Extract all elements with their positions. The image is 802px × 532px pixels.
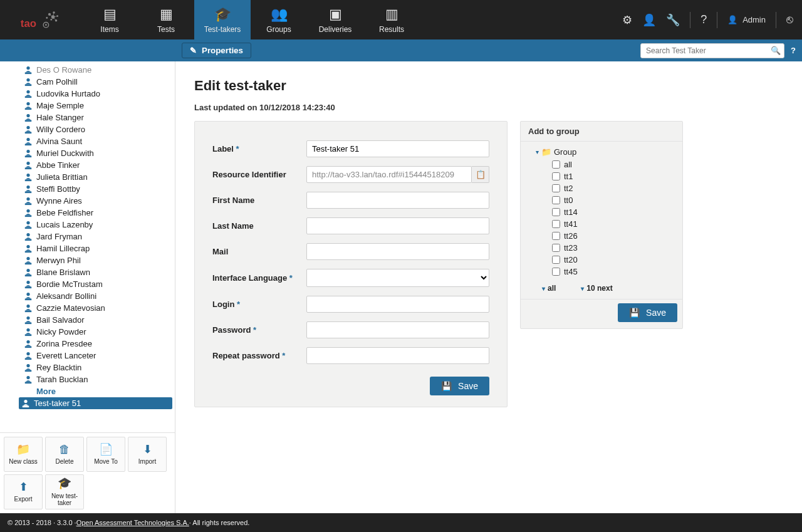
copy-button[interactable]: 📋 bbox=[472, 166, 489, 183]
tree-item[interactable]: Aleksandr Bollini bbox=[21, 290, 172, 302]
tree-item[interactable]: Hamil Lillecrap bbox=[21, 243, 172, 254]
search-icon[interactable]: 🔍 bbox=[771, 46, 781, 55]
group-item[interactable]: tt20 bbox=[552, 254, 676, 266]
new-test-taker-button[interactable]: 🎓New test-taker bbox=[45, 474, 84, 509]
tree: Des O RowaneCam PolhillLudovika HurtadoM… bbox=[0, 61, 175, 412]
tree-scroll[interactable]: Des O RowaneCam PolhillLudovika HurtadoM… bbox=[0, 61, 175, 432]
group-item[interactable]: tt26 bbox=[552, 230, 676, 242]
tree-item[interactable]: Willy Cordero bbox=[21, 123, 172, 135]
import-button[interactable]: ⬇Import bbox=[128, 437, 167, 472]
search-input[interactable] bbox=[640, 43, 784, 58]
tree-item[interactable]: Abbe Tinker bbox=[21, 159, 172, 171]
tree-item[interactable]: Des O Rowane bbox=[21, 64, 172, 76]
tree-item[interactable]: Blane Brislawn bbox=[21, 266, 172, 278]
group-checkbox[interactable] bbox=[552, 232, 560, 240]
tree-item[interactable]: Bail Salvador bbox=[21, 314, 172, 326]
svg-point-21 bbox=[26, 102, 29, 105]
tree-item[interactable]: Maje Semple bbox=[21, 100, 172, 112]
group-item[interactable]: tt41 bbox=[552, 218, 676, 230]
tree-item-selected[interactable]: Test-taker 51 bbox=[19, 397, 172, 409]
group-item[interactable]: tt2 bbox=[552, 182, 676, 194]
tree-more[interactable]: More bbox=[21, 385, 172, 397]
search-wrap: 🔍 bbox=[640, 43, 784, 58]
tree-item[interactable]: Zorina Presdee bbox=[21, 338, 172, 350]
tools-icon[interactable]: 🔧 bbox=[666, 13, 680, 27]
tree-item[interactable]: Everett Lanceter bbox=[21, 350, 172, 362]
help-button[interactable]: ? bbox=[791, 46, 796, 55]
new-class-label: New class bbox=[9, 458, 38, 465]
tree-item[interactable]: Rey Blacktin bbox=[21, 362, 172, 373]
group-checkbox[interactable] bbox=[552, 208, 560, 216]
group-checkbox[interactable] bbox=[552, 184, 560, 192]
logout-icon[interactable]: ⎋ bbox=[786, 13, 793, 26]
password-input[interactable] bbox=[306, 321, 489, 338]
tree-item[interactable]: Julieta Brittian bbox=[21, 171, 172, 183]
settings-icon[interactable]: ⚙ bbox=[622, 13, 632, 27]
ln-label: Last Name bbox=[212, 221, 306, 231]
admin-menu[interactable]: 👤 Admin bbox=[727, 15, 766, 24]
tree-item[interactable]: Ludovika Hurtado bbox=[21, 88, 172, 100]
tree-item[interactable]: Jard Fryman bbox=[21, 231, 172, 243]
group-item[interactable]: tt14 bbox=[552, 206, 676, 218]
tree-item[interactable]: Lucais Lazenby bbox=[21, 219, 172, 231]
footer-link[interactable]: Open Assessment Technologies S.A. bbox=[76, 519, 189, 526]
tree-item[interactable]: Wynne Aires bbox=[21, 195, 172, 207]
properties-button[interactable]: ✎ Properties bbox=[182, 43, 251, 58]
tree-item[interactable]: Bebe Feldfisher bbox=[21, 207, 172, 219]
svg-rect-68 bbox=[23, 405, 29, 407]
group-root[interactable]: ▾ 📁 Group bbox=[527, 145, 676, 159]
group-checkbox[interactable] bbox=[552, 160, 560, 169]
pager-next[interactable]: ▾10 next bbox=[581, 284, 612, 293]
nav-groups[interactable]: 👥Groups bbox=[251, 0, 307, 39]
chevron-down-icon: ▾ bbox=[536, 149, 539, 155]
svg-rect-60 bbox=[25, 346, 32, 348]
group-item[interactable]: tt1 bbox=[552, 170, 676, 182]
nav-deliveries[interactable]: ▣Deliveries bbox=[307, 0, 363, 39]
login-input[interactable] bbox=[306, 296, 489, 313]
group-item-label: tt2 bbox=[564, 184, 573, 193]
last-name-input[interactable] bbox=[306, 217, 489, 234]
tree-item[interactable]: Cam Polhill bbox=[21, 76, 172, 88]
tree-item[interactable]: Steffi Bottby bbox=[21, 183, 172, 195]
separator bbox=[690, 12, 690, 28]
group-checkbox[interactable] bbox=[552, 172, 560, 180]
group-item[interactable]: tt0 bbox=[552, 194, 676, 206]
move-to-button[interactable]: 📄Move To bbox=[86, 437, 125, 472]
first-name-input[interactable] bbox=[306, 192, 489, 209]
nav-items[interactable]: ▤Items bbox=[81, 0, 138, 39]
tree-item[interactable]: Merwyn Phil bbox=[21, 254, 172, 266]
nav-test-takers[interactable]: 🎓Test-takers bbox=[194, 0, 251, 39]
group-checkbox[interactable] bbox=[552, 256, 560, 264]
new-class-button[interactable]: 📁New class bbox=[4, 437, 43, 472]
group-item[interactable]: tt45 bbox=[552, 266, 676, 278]
tree-item[interactable]: Bordie McTrustam bbox=[21, 278, 172, 290]
help-icon[interactable]: ? bbox=[700, 13, 707, 26]
group-item[interactable]: tt23 bbox=[552, 242, 676, 254]
label-input[interactable] bbox=[306, 140, 489, 157]
tree-item[interactable]: Muriel Duckwith bbox=[21, 147, 172, 159]
delete-button[interactable]: 🗑Delete bbox=[45, 437, 84, 472]
nav-tests[interactable]: ▦Tests bbox=[138, 0, 194, 39]
tree-item[interactable]: Alvina Saunt bbox=[21, 135, 172, 147]
pager-all[interactable]: ▾all bbox=[542, 284, 556, 293]
group-checkbox[interactable] bbox=[552, 196, 560, 204]
group-checkbox[interactable] bbox=[552, 220, 560, 228]
save-button[interactable]: 💾 Save bbox=[430, 377, 489, 395]
group-checkbox[interactable] bbox=[552, 268, 560, 276]
nav-results[interactable]: ▥Results bbox=[363, 0, 420, 39]
group-item[interactable]: all bbox=[552, 159, 676, 170]
tree-item[interactable]: Nicky Powder bbox=[21, 326, 172, 338]
language-select[interactable] bbox=[306, 269, 489, 287]
svg-rect-58 bbox=[25, 334, 32, 336]
tree-item[interactable]: Hale Stanger bbox=[21, 112, 172, 123]
tree-item[interactable]: Tarah Bucklan bbox=[21, 373, 172, 385]
mail-input[interactable] bbox=[306, 243, 489, 260]
users-icon[interactable]: 👤 bbox=[642, 13, 656, 27]
export-button[interactable]: ⬆Export bbox=[4, 474, 43, 509]
save-icon: 💾 bbox=[629, 308, 640, 318]
logo[interactable]: tao bbox=[0, 0, 81, 39]
tree-item[interactable]: Cazzie Matevosian bbox=[21, 302, 172, 314]
repeat-password-input[interactable] bbox=[306, 347, 489, 364]
group-checkbox[interactable] bbox=[552, 244, 560, 252]
group-save-button[interactable]: 💾 Save bbox=[618, 303, 677, 322]
